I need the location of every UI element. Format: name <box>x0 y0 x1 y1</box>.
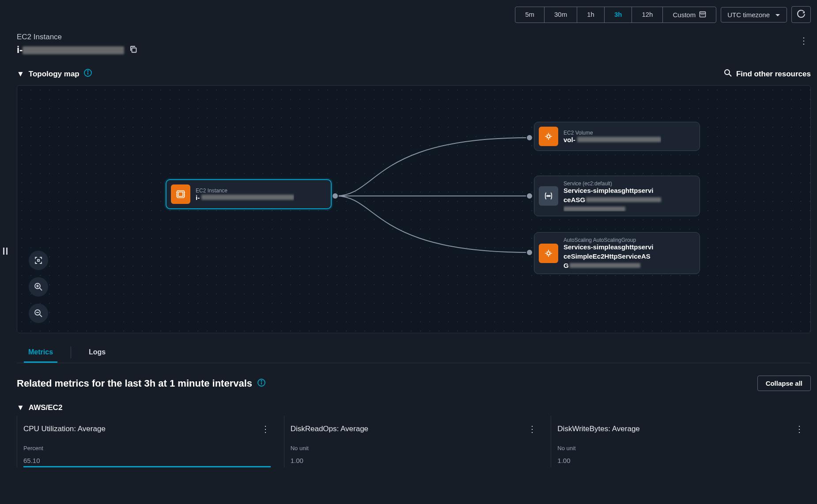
topology-node-asg[interactable]: AutoScaling AutoScalingGroup Services-si… <box>534 232 700 274</box>
tab-logs[interactable]: Logs <box>84 342 110 363</box>
node-type: EC2 Instance <box>196 188 294 194</box>
chevron-down-icon: ▼ <box>17 403 24 412</box>
svg-rect-18 <box>178 192 183 196</box>
svg-point-26 <box>547 196 548 196</box>
svg-rect-0 <box>3 248 4 255</box>
node-type: AutoScaling AutoScalingGroup <box>564 237 693 243</box>
resource-type: EC2 Instance <box>17 33 137 41</box>
time-range-30m[interactable]: 30m <box>545 7 577 23</box>
node-id-prefix: vol- <box>564 136 575 143</box>
resource-id: i- <box>17 44 124 56</box>
zoom-in-button[interactable] <box>29 277 48 297</box>
metric-card-diskreadops: DiskReadOps: Average ⋮ No unit 1.00 <box>284 416 544 467</box>
autoscaling-icon <box>539 244 558 263</box>
find-other-resources-button[interactable]: Find other resources <box>724 69 811 79</box>
topology-canvas[interactable]: EC2 Instance i- EC2 Volume vol- <box>17 85 811 333</box>
node-line2: ceSimpleEc2HttpServiceAS <box>564 252 651 260</box>
chevron-down-icon <box>775 11 780 19</box>
svg-line-32 <box>40 288 42 290</box>
node-id-prefix: i- <box>196 194 200 201</box>
info-icon[interactable] <box>257 378 265 389</box>
node-name: Services-simpleasghttpservi ceSimpleEc2H… <box>564 243 693 269</box>
topology-node-ec2-instance[interactable]: EC2 Instance i- <box>166 179 332 209</box>
svg-rect-1 <box>6 248 8 255</box>
ebs-volume-icon <box>539 127 558 146</box>
resource-id-prefix: i- <box>17 44 23 55</box>
content-tabs: Metrics Logs <box>17 342 811 363</box>
svg-point-14 <box>526 135 533 141</box>
zoom-controls <box>29 251 48 323</box>
time-range-5m[interactable]: 5m <box>515 7 545 23</box>
metrics-heading: Related metrics for the last 3h at 1 min… <box>17 378 265 389</box>
node-line1: Services-simpleasghttpservi <box>564 243 653 251</box>
node-type: Service (ec2:default) <box>564 181 693 187</box>
copy-icon[interactable] <box>129 45 137 55</box>
service-icon <box>539 186 558 206</box>
zoom-out-button[interactable] <box>29 304 48 323</box>
svg-point-28 <box>549 196 550 196</box>
collapse-all-button[interactable]: Collapse all <box>757 376 811 391</box>
card-unit: No unit <box>291 445 540 451</box>
timezone-label: UTC timezone <box>727 11 770 19</box>
svg-point-13 <box>332 193 338 199</box>
card-title: DiskReadOps: Average <box>291 425 368 433</box>
svg-line-36 <box>40 315 42 317</box>
svg-line-12 <box>729 74 731 76</box>
time-range-custom[interactable]: Custom <box>663 7 716 23</box>
card-menu-icon[interactable]: ⋮ <box>525 421 539 437</box>
card-unit: Percent <box>23 445 272 451</box>
card-unit: No unit <box>557 445 806 451</box>
card-title: CPU Utilization: Average <box>23 425 106 433</box>
svg-point-27 <box>548 196 549 196</box>
tab-metrics[interactable]: Metrics <box>24 342 57 363</box>
sidebar-toggle-icon[interactable] <box>3 248 8 256</box>
card-title: DiskWriteBytes: Average <box>557 425 639 433</box>
redacted-id <box>577 137 661 142</box>
node-line1: Services-simpleasghttpservi <box>564 187 653 194</box>
info-icon[interactable] <box>84 69 92 79</box>
metric-card-diskwritebytes: DiskWriteBytes: Average ⋮ No unit 1.00 <box>551 416 811 467</box>
time-range-3h[interactable]: 3h <box>605 7 632 23</box>
find-label: Find other resources <box>736 70 811 79</box>
topology-node-ec2-volume[interactable]: EC2 Volume vol- <box>534 122 700 151</box>
node-line2: ceASG <box>564 196 585 203</box>
time-range-12h[interactable]: 12h <box>632 7 663 23</box>
svg-point-10 <box>87 71 88 71</box>
svg-point-40 <box>261 380 262 381</box>
svg-rect-7 <box>132 48 136 52</box>
calendar-icon <box>699 11 706 19</box>
ec2-instance-icon <box>171 184 190 204</box>
card-sparkline <box>23 466 271 467</box>
card-value: 65.10 <box>23 457 272 464</box>
node-name: Services-simpleasghttpservi ceASG <box>564 187 693 211</box>
topology-section-toggle[interactable]: ▼ Topology map <box>17 69 92 79</box>
chevron-down-icon: ▼ <box>17 70 24 79</box>
card-menu-icon[interactable]: ⋮ <box>792 421 806 437</box>
svg-point-11 <box>725 70 730 75</box>
redacted-suffix <box>586 197 661 202</box>
metric-card-cpu: CPU Utilization: Average ⋮ Percent 65.10 <box>17 416 277 467</box>
namespace-label: AWS/EC2 <box>29 403 63 412</box>
card-menu-icon[interactable]: ⋮ <box>258 421 272 437</box>
timezone-select[interactable]: UTC timezone <box>721 7 787 23</box>
custom-label: Custom <box>673 11 696 19</box>
topology-node-service[interactable]: Service (ec2:default) Services-simpleasg… <box>534 176 700 216</box>
time-range-group: 5m 30m 1h 3h 12h Custom <box>515 7 716 23</box>
namespace-toggle[interactable]: ▼ AWS/EC2 <box>17 403 811 412</box>
svg-point-15 <box>526 193 533 199</box>
refresh-icon <box>797 10 806 20</box>
search-icon <box>724 69 732 79</box>
card-value: 1.00 <box>557 457 806 464</box>
header-menu-icon[interactable]: ⋮ <box>797 33 811 49</box>
svg-point-16 <box>526 249 533 256</box>
redacted-id <box>23 46 124 54</box>
refresh-button[interactable] <box>791 6 811 23</box>
svg-rect-30 <box>38 260 39 261</box>
node-line3: G <box>564 262 569 269</box>
fit-view-button[interactable] <box>29 251 48 270</box>
time-range-1h[interactable]: 1h <box>577 7 605 23</box>
tab-separator <box>71 346 71 358</box>
redacted-suffix2 <box>564 207 625 211</box>
node-type: EC2 Volume <box>564 130 661 136</box>
card-value: 1.00 <box>291 457 540 464</box>
